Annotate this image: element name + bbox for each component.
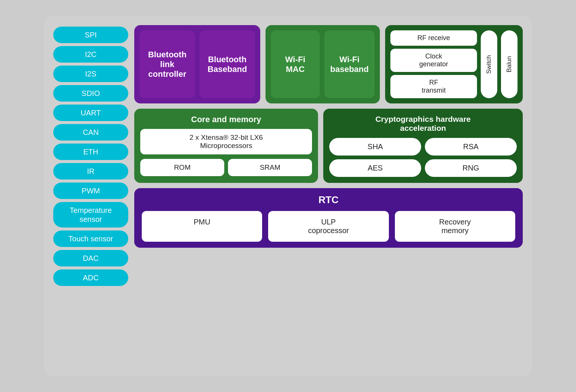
rtc-ulp: ULP coprocessor [268, 211, 388, 242]
rf-switch: Switch [481, 30, 497, 98]
peripheral-badge-10: Touch sensor [53, 230, 128, 247]
peripheral-badge-8: PWM [53, 183, 128, 199]
peripheral-badge-9: Temperature sensor [53, 202, 128, 227]
peripheral-badge-3: SDIO [53, 85, 128, 102]
rtc-inner: PMU ULP coprocessor Recovery memory [142, 211, 515, 242]
peripheral-badge-5: CAN [53, 124, 128, 141]
crypto-item-rsa: RSA [425, 138, 517, 156]
peripheral-badge-7: IR [53, 163, 128, 180]
rtc-title: RTC [142, 194, 515, 206]
rf-balun: Balun [501, 30, 518, 98]
peripheral-badge-2: I2S [53, 66, 128, 82]
core-title: Core and memory [140, 115, 312, 124]
bluetooth-baseband: Bluetooth Baseband [200, 30, 255, 98]
rf-blocks: RF receive Clock generator RF transmit [390, 30, 477, 98]
top-row: Bluetooth link controller Bluetooth Base… [134, 25, 523, 103]
right-area: Bluetooth link controller Bluetooth Base… [134, 25, 523, 367]
rf-clock-generator: Clock generator [390, 49, 477, 72]
rf-receive: RF receive [390, 30, 477, 46]
wifi-baseband: Wi-Fi baseband [324, 30, 375, 98]
crypto-item-aes: AES [329, 159, 421, 177]
rtc-pmu: PMU [142, 211, 262, 242]
peripheral-badge-0: SPI [53, 27, 128, 43]
crypto-section: Cryptographics hardware acceleration SHA… [323, 109, 523, 183]
core-sram: SRAM [228, 159, 312, 176]
rf-transmit: RF transmit [390, 75, 477, 98]
wifi-section: Wi-Fi MAC Wi-Fi baseband [266, 25, 380, 103]
peripheral-badge-12: ADC [53, 269, 128, 286]
rtc-recovery: Recovery memory [395, 211, 515, 242]
peripheral-badge-11: DAC [53, 250, 128, 266]
crypto-item-rng: RNG [425, 159, 517, 177]
core-section: Core and memory 2 x Xtensa® 32-bit LX6 M… [134, 109, 318, 183]
peripheral-badge-1: I2C [53, 46, 128, 63]
wifi-mac: Wi-Fi MAC [271, 30, 320, 98]
peripheral-badge-6: ETH [53, 144, 128, 160]
peripheral-badge-4: UART [53, 105, 128, 121]
peripherals-column: SPII2CI2SSDIOUARTCANETHIRPWMTemperature … [53, 25, 128, 367]
rtc-section: RTC PMU ULP coprocessor Recovery memory [134, 188, 523, 248]
bluetooth-section: Bluetooth link controller Bluetooth Base… [134, 25, 260, 103]
crypto-grid: SHARSAAESRNG [329, 138, 517, 177]
core-processor: 2 x Xtensa® 32-bit LX6 Microprocessors [140, 129, 312, 154]
middle-row: Core and memory 2 x Xtensa® 32-bit LX6 M… [134, 109, 523, 183]
core-bottom: ROM SRAM [140, 159, 312, 176]
rf-section: RF receive Clock generator RF transmit S… [385, 25, 523, 103]
main-diagram: SPII2CI2SSDIOUARTCANETHIRPWMTemperature … [44, 16, 532, 376]
crypto-item-sha: SHA [329, 138, 421, 156]
bluetooth-link-controller: Bluetooth link controller [140, 30, 195, 98]
crypto-title: Cryptographics hardware acceleration [329, 115, 517, 133]
core-rom: ROM [140, 159, 224, 176]
